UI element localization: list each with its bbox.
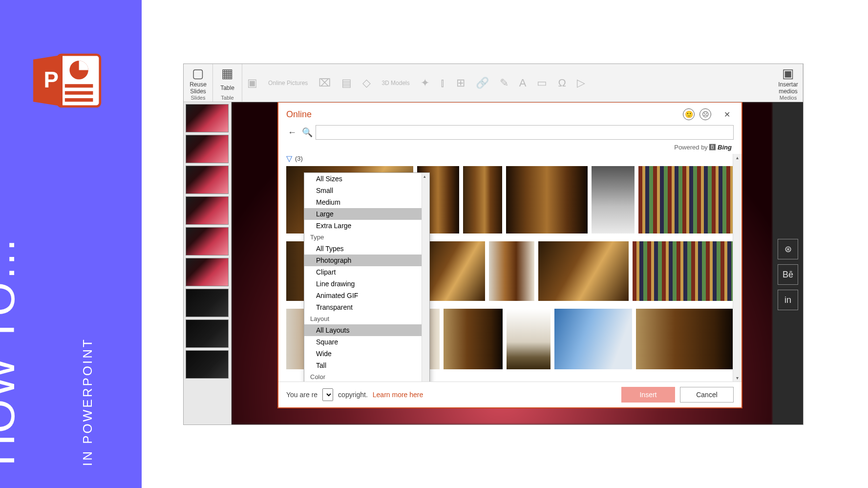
powered-by-label: Powered by 🅱 Bing bbox=[278, 144, 741, 154]
slide-thumbnail[interactable] bbox=[186, 289, 229, 317]
filter-layout-tall[interactable]: Tall bbox=[304, 360, 422, 371]
ribbon-table[interactable]: ▦ Table Table bbox=[213, 64, 242, 102]
slide-canvas[interactable]: Online 🙂 ☹ ✕ ← 🔍 Powered by 🅱 Bing ▽ bbox=[232, 102, 773, 424]
sidebar-behance-icon[interactable]: Bē bbox=[778, 264, 798, 285]
smartart-icon[interactable]: ✦ bbox=[421, 77, 429, 89]
slide-thumbnail[interactable] bbox=[186, 104, 229, 132]
search-input[interactable] bbox=[316, 125, 734, 140]
filter-size-all-sizes[interactable]: All Sizes bbox=[304, 173, 422, 185]
image-result[interactable] bbox=[633, 241, 734, 301]
image-result[interactable] bbox=[636, 309, 734, 369]
filter-size-extra-large[interactable]: Extra Large bbox=[304, 220, 422, 232]
slide-thumbnail[interactable] bbox=[186, 135, 229, 163]
slide-thumbnail[interactable] bbox=[186, 319, 229, 348]
screenshot-icon[interactable]: ⌧ bbox=[318, 77, 331, 89]
image-result[interactable] bbox=[538, 241, 629, 301]
table-label: Table bbox=[220, 85, 234, 91]
image-result[interactable] bbox=[444, 309, 503, 369]
filter-layout-wide[interactable]: Wide bbox=[304, 348, 422, 360]
filter-layout-square[interactable]: Square bbox=[304, 336, 422, 348]
results-area: ▽ (3) bbox=[278, 154, 741, 382]
table-icon: ▦ bbox=[221, 66, 233, 81]
image-result[interactable] bbox=[554, 309, 633, 369]
ribbon: ▢ Reuse Slides Slides ▦ Table Table ▣ On… bbox=[184, 64, 803, 102]
link-icon[interactable]: 🔗 bbox=[476, 77, 489, 89]
image-result[interactable] bbox=[507, 309, 550, 369]
3d-models-label[interactable]: 3D Models bbox=[381, 80, 409, 86]
filter-dropdown: All SizesSmallMediumLargeExtra Large Typ… bbox=[304, 172, 430, 382]
filter-type-line-drawing[interactable]: Line drawing bbox=[304, 278, 422, 290]
powerpoint-window: ▢ Reuse Slides Slides ▦ Table Table ▣ On… bbox=[183, 64, 804, 425]
results-scrollbar[interactable]: ▴ ▾ bbox=[733, 154, 741, 382]
svg-rect-3 bbox=[65, 91, 93, 95]
online-pictures-dialog: Online 🙂 ☹ ✕ ← 🔍 Powered by 🅱 Bing ▽ bbox=[277, 102, 742, 408]
dialog-footer: You are re copyright. Learn more here In… bbox=[278, 382, 741, 407]
banner-title: HOW TO… bbox=[0, 236, 24, 466]
image-result[interactable] bbox=[463, 166, 502, 233]
slide-thumbnail[interactable] bbox=[186, 350, 229, 379]
back-icon[interactable]: ← bbox=[286, 127, 298, 138]
scroll-up-icon[interactable]: ▴ bbox=[736, 155, 739, 160]
filter-type-clipart[interactable]: Clipart bbox=[304, 266, 422, 278]
tutorial-banner: P HOW TO… IN POWERPOINT bbox=[0, 0, 142, 488]
sidebar-linkedin-icon[interactable]: in bbox=[778, 290, 798, 310]
filter-type-animated-gif[interactable]: Animated GIF bbox=[304, 290, 422, 301]
svg-text:P: P bbox=[44, 67, 59, 92]
footer-dropdown[interactable] bbox=[322, 388, 333, 401]
banner-subtitle: IN POWERPOINT bbox=[80, 338, 95, 466]
header-footer-icon[interactable]: ▭ bbox=[537, 77, 547, 89]
filter-size-medium[interactable]: Medium bbox=[304, 196, 422, 208]
reuse-slides-icon: ▢ bbox=[192, 66, 204, 81]
filter-icon[interactable]: ▽ bbox=[286, 154, 292, 163]
footer-text-prefix: You are re bbox=[286, 391, 318, 399]
comment-icon[interactable]: ✎ bbox=[500, 77, 508, 89]
symbol-icon[interactable]: Ω bbox=[558, 77, 566, 89]
search-icon: 🔍 bbox=[302, 127, 312, 138]
slide-thumbnail[interactable] bbox=[186, 166, 229, 194]
video-icon[interactable]: ▷ bbox=[577, 77, 585, 89]
ribbon-insert-media[interactable]: ▣ Insertar medios Medios bbox=[774, 64, 803, 102]
cancel-button[interactable]: Cancel bbox=[680, 387, 734, 403]
close-icon[interactable]: ✕ bbox=[720, 107, 734, 121]
sidebar-dribbble-icon[interactable]: ⊛ bbox=[778, 239, 798, 259]
svg-rect-2 bbox=[65, 84, 93, 87]
learn-more-link[interactable]: Learn more here bbox=[373, 391, 423, 399]
insert-media-icon: ▣ bbox=[782, 66, 794, 81]
photo-album-icon[interactable]: ▤ bbox=[341, 77, 352, 89]
filter-size-large[interactable]: Large bbox=[304, 208, 422, 220]
filter-type-all-types[interactable]: All Types bbox=[304, 243, 422, 255]
textbox-icon[interactable]: A bbox=[519, 77, 527, 89]
chart-icon[interactable]: ⫿ bbox=[440, 77, 445, 89]
feedback-sad-icon[interactable]: ☹ bbox=[699, 108, 711, 120]
dialog-title: Online bbox=[286, 109, 312, 120]
image-result[interactable] bbox=[489, 241, 534, 301]
filter-size-small[interactable]: Small bbox=[304, 185, 422, 196]
powerpoint-logo-icon: P bbox=[32, 51, 105, 110]
filter-type-photograph[interactable]: Photograph bbox=[304, 255, 422, 266]
svg-rect-4 bbox=[65, 98, 93, 102]
image-result[interactable] bbox=[592, 166, 634, 233]
insert-media-label: Insertar medios bbox=[778, 81, 798, 95]
slide-thumbnail[interactable] bbox=[186, 196, 229, 225]
feedback-happy-icon[interactable]: 🙂 bbox=[683, 108, 695, 120]
addins-icon[interactable]: ⊞ bbox=[456, 77, 465, 89]
image-result[interactable] bbox=[638, 166, 734, 233]
reuse-slides-group-label: Slides bbox=[191, 95, 206, 101]
slide-thumbnail[interactable] bbox=[186, 227, 229, 255]
filter-type-transparent[interactable]: Transparent bbox=[304, 301, 422, 313]
ribbon-reuse-slides[interactable]: ▢ Reuse Slides Slides bbox=[184, 64, 213, 102]
footer-text-suffix: copyright. bbox=[338, 391, 368, 399]
image-result[interactable] bbox=[506, 166, 588, 233]
reuse-slides-label: Reuse Slides bbox=[190, 81, 207, 95]
table-group-label: Table bbox=[221, 95, 233, 101]
filter-count: (3) bbox=[295, 155, 303, 162]
slide-thumbnail[interactable] bbox=[186, 258, 229, 286]
filter-scrollbar[interactable] bbox=[422, 173, 429, 382]
pictures-icon[interactable]: ▣ bbox=[247, 77, 257, 89]
shapes-icon[interactable]: ◇ bbox=[362, 77, 371, 89]
scroll-down-icon[interactable]: ▾ bbox=[736, 375, 739, 381]
online-pictures-label[interactable]: Online Pictures bbox=[268, 80, 308, 86]
slide-thumbnail-panel[interactable] bbox=[184, 102, 232, 424]
insert-button[interactable]: Insert bbox=[621, 387, 675, 403]
filter-layout-all-layouts[interactable]: All Layouts bbox=[304, 324, 422, 336]
